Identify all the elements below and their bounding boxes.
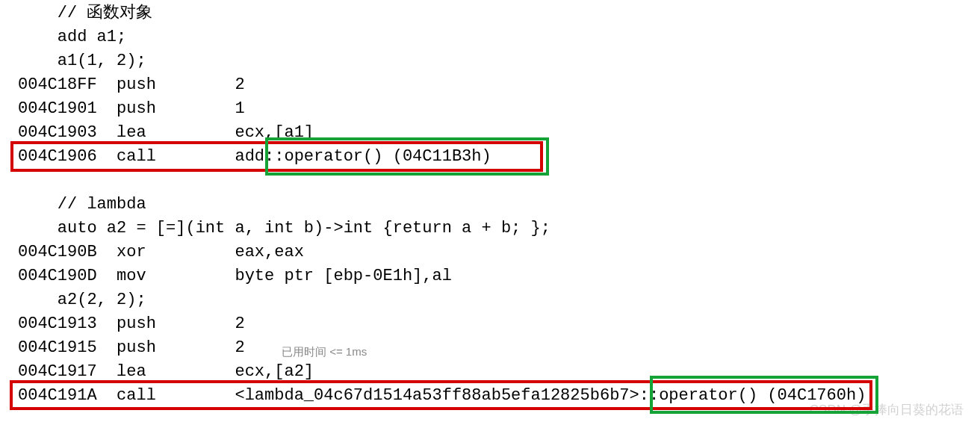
disassembly-view: { "lines": { "l01": " // 函数对象", "l02": "…	[0, 0, 980, 428]
statement: auto a2 = [=](int a, int b)->int {return…	[18, 219, 551, 238]
asm-text: 004C18FF push 2	[18, 75, 264, 94]
highlight-functor-operator	[265, 137, 549, 176]
asm-text: 004C190B xor eax,eax	[18, 243, 323, 261]
comment: // 函数对象	[18, 4, 152, 22]
asm-text: 004C1901 push 1	[18, 99, 264, 118]
statement: add a1;	[18, 28, 126, 46]
asm-line: 004C190B xor eax,eax	[18, 241, 980, 264]
statement: a1(1, 2);	[18, 52, 146, 70]
code-line: a2(2, 2);	[18, 288, 980, 312]
asm-line: 004C1901 push 1	[18, 97, 980, 121]
asm-text: 004C190D mov byte ptr [ebp-0E1h],al	[18, 267, 471, 285]
asm-line: 004C190D mov byte ptr [ebp-0E1h],al	[18, 264, 980, 288]
code-listing: // 函数对象 add a1; a1(1, 2); 004C18FF push …	[0, 0, 980, 408]
asm-line: 004C1915 push 2	[18, 336, 980, 360]
asm-line: 004C1913 push 2	[18, 312, 980, 336]
asm-text: 004C1913 push 2	[18, 314, 264, 333]
highlight-lambda-operator	[650, 376, 878, 414]
statement: a2(2, 2);	[18, 291, 146, 309]
code-line: add a1;	[18, 25, 980, 49]
code-line: auto a2 = [=](int a, int b)->int {return…	[18, 217, 980, 241]
comment: // lambda	[18, 195, 146, 214]
code-line: // 函数对象	[18, 1, 980, 25]
code-line: // lambda	[18, 193, 980, 217]
code-line: a1(1, 2);	[18, 49, 980, 73]
asm-text: 004C1915 push 2	[18, 338, 264, 357]
asm-line: 004C18FF push 2	[18, 73, 980, 97]
timing-hint: 已用时间 <= 1ms	[282, 340, 367, 364]
asm-text: 004C1917 lea ecx,[a2]	[18, 362, 333, 381]
